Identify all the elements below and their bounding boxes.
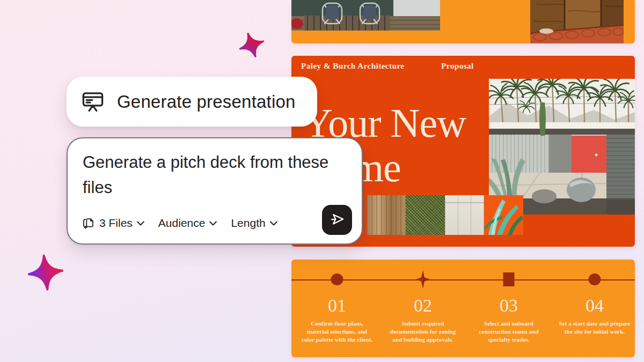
stage: Paley & Burch Architecture Proposal Your… — [0, 0, 644, 362]
marker-shape — [416, 270, 430, 289]
photo-chairs — [291, 0, 440, 31]
step-number: 04 — [554, 297, 635, 315]
composer-controls: 3 Files Audience Length — [82, 212, 277, 234]
firefly-sparkle-icon — [26, 249, 65, 295]
audience-chip-label: Audience — [158, 217, 206, 230]
send-arrow-icon — [329, 211, 345, 229]
audience-chip[interactable]: Audience — [158, 217, 217, 230]
files-chip-label: 3 Files — [99, 217, 133, 230]
material-swatches — [367, 195, 523, 235]
step-text: Submit required documentation for zoning… — [386, 320, 459, 343]
timeline-marker — [297, 270, 377, 290]
slide-timeline: 01 Confirm floor plans, material selecti… — [291, 260, 635, 357]
house-illustration — [489, 79, 635, 215]
step-text: Confirm floor plans, material selections… — [301, 320, 374, 343]
files-chip[interactable]: 3 Files — [82, 217, 144, 230]
swatch-white-panel — [445, 195, 484, 235]
photo-wood-couch — [530, 0, 624, 43]
marker-shape — [503, 272, 515, 286]
marker-shape — [331, 274, 343, 285]
agave-illustration — [484, 195, 523, 235]
attached-files-icon — [82, 217, 95, 230]
swatch-green-fabric — [406, 195, 445, 235]
timeline-marker — [383, 270, 463, 290]
marker-shape — [589, 274, 601, 285]
length-chip[interactable]: Length — [231, 217, 277, 230]
timeline-step-2: 02 Submit required documentation for zon… — [383, 270, 463, 343]
swatch-agave — [484, 195, 523, 235]
slide-top-partial — [291, 0, 635, 43]
prompt-input[interactable]: Generate a pitch deck from these files — [83, 150, 335, 200]
step-number: 02 — [383, 297, 463, 315]
wood-couch-illustration — [530, 0, 624, 43]
generate-presentation-button[interactable]: Generate presentation — [67, 77, 317, 127]
chevron-down-icon — [137, 221, 144, 226]
presentation-board-icon — [80, 90, 105, 114]
step-number: 01 — [297, 297, 377, 315]
step-number: 03 — [469, 297, 549, 315]
chevron-down-icon — [209, 221, 217, 226]
firefly-sparkle-icon — [235, 28, 268, 61]
prompt-composer-card[interactable]: Generate a pitch deck from these files 3… — [67, 137, 363, 245]
step-text: Select and onboard construction teams an… — [472, 320, 545, 343]
slide-brand: Paley & Burch Architecture — [301, 61, 404, 71]
timeline-marker — [469, 270, 549, 290]
timeline-step-1: 01 Confirm floor plans, material selecti… — [297, 270, 377, 343]
photo-house — [489, 79, 635, 215]
step-text: Set a start date and prepare the site fo… — [558, 320, 631, 336]
chevron-down-icon — [270, 221, 277, 226]
slide-doc-label: Proposal — [441, 61, 474, 71]
swatch-wood — [367, 195, 406, 235]
chairs-photo-illustration — [291, 0, 440, 31]
timeline-step-4: 04 Set a start date and prepare the site… — [554, 270, 635, 336]
send-button[interactable] — [322, 205, 352, 235]
length-chip-label: Length — [231, 217, 265, 230]
timeline-step-3: 03 Select and onboard construction teams… — [469, 270, 549, 343]
timeline-marker — [554, 270, 635, 290]
generate-presentation-label: Generate presentation — [117, 92, 296, 112]
